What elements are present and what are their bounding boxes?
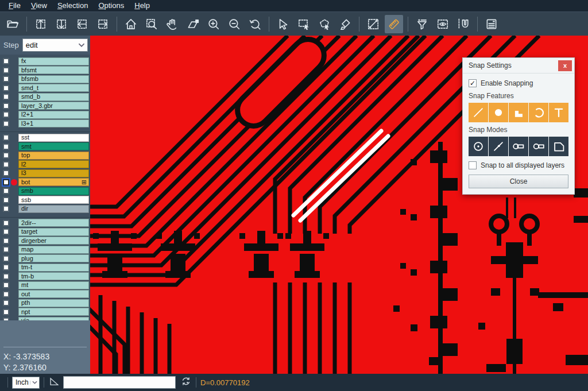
layer-visibility-checkbox[interactable] [3, 264, 9, 270]
layer-visibility-checkbox[interactable] [3, 255, 9, 262]
enable-snapping-checkbox[interactable] [469, 79, 477, 87]
layer-row[interactable]: smb [0, 187, 90, 196]
layer-row[interactable]: tm-t [0, 263, 90, 272]
layer-name-chip[interactable]: smd_b [18, 93, 89, 101]
layer-name-chip[interactable]: dir [18, 205, 89, 213]
snap-feature-arc-button[interactable] [529, 103, 548, 122]
layer-name-chip[interactable]: target [18, 228, 89, 236]
layer-name-chip[interactable]: mt [18, 281, 89, 289]
layer-visibility-checkbox[interactable] [3, 229, 9, 235]
layer-visibility-checkbox[interactable] [3, 103, 9, 109]
menu-help[interactable]: Help [129, 0, 155, 11]
layer-visibility-checkbox[interactable] [3, 111, 9, 118]
layer-visibility-checkbox[interactable] [3, 300, 9, 306]
zoom-previous-button[interactable] [246, 15, 264, 33]
layer-visibility-checkbox[interactable] [3, 273, 9, 280]
refresh-measure-button[interactable] [180, 375, 192, 389]
snap-settings-button[interactable] [454, 15, 473, 33]
layer-list-panel-button[interactable] [482, 15, 501, 33]
layer-name-chip[interactable]: bfsmt [18, 66, 89, 74]
layer-name-chip[interactable]: smt [18, 142, 89, 150]
layer-visibility-checkbox[interactable] [3, 179, 9, 185]
shift-view-left-button[interactable] [73, 15, 91, 33]
layer-row[interactable]: mt [0, 281, 90, 290]
layer-row[interactable]: smt [0, 142, 90, 152]
layer-row[interactable]: out [0, 290, 90, 299]
step-dropdown[interactable]: edit [22, 38, 88, 52]
layer-row[interactable]: bfsmt [0, 66, 90, 75]
layer-visibility-checkbox[interactable] [3, 238, 9, 244]
polygon-select-button[interactable] [315, 15, 334, 33]
layer-row[interactable]: map [0, 245, 90, 254]
layer-row[interactable]: smd_t [0, 84, 90, 93]
brush-select-button[interactable] [336, 15, 354, 33]
zoom-out-button[interactable] [225, 15, 243, 33]
layer-visibility-checkbox[interactable] [3, 220, 9, 226]
layer-name-chip[interactable]: map [18, 246, 89, 254]
snap-mode-point-on-line-button[interactable] [489, 137, 508, 156]
layer-visibility-checkbox[interactable] [3, 197, 9, 203]
snap-mode-outline-button[interactable] [549, 137, 568, 156]
measure-line-button[interactable] [364, 15, 382, 33]
layer-visibility-checkbox[interactable] [3, 309, 9, 315]
layer-row[interactable]: pth [0, 299, 90, 308]
layer-row[interactable]: bot ⊞ [0, 178, 90, 187]
close-button[interactable]: Close [469, 175, 568, 188]
layer-visibility-checkbox[interactable] [3, 134, 9, 141]
layer-name-chip[interactable]: out [18, 290, 89, 298]
shift-view-right-button[interactable] [94, 15, 112, 33]
layer-row[interactable]: tm-b [0, 272, 90, 281]
snap-feature-pad-button[interactable] [489, 103, 508, 122]
display-options-button[interactable] [434, 15, 452, 33]
layer-visibility-checkbox[interactable] [3, 161, 9, 168]
menu-view[interactable]: View [26, 0, 52, 11]
layer-name-chip[interactable]: l2+1 [18, 111, 89, 119]
layer-name-chip[interactable]: layer_3.gbr [18, 102, 89, 110]
layer-name-chip[interactable]: fx [18, 57, 89, 65]
units-dropdown[interactable]: Inch [12, 377, 40, 389]
layer-name-chip[interactable]: dirgerber [18, 237, 89, 245]
layer-visibility-checkbox[interactable] [3, 67, 9, 73]
layer-row[interactable]: dir [0, 204, 90, 214]
filter-button[interactable] [413, 15, 431, 33]
measure-ruler-button[interactable] [385, 15, 403, 33]
layer-name-chip[interactable]: top [18, 152, 89, 160]
layer-row[interactable]: ssb [0, 196, 90, 205]
layer-row[interactable]: l2+1 [0, 110, 90, 119]
layer-name-chip[interactable]: bot ⊞ [18, 178, 89, 186]
snap-mode-slot-end-button[interactable] [529, 137, 548, 156]
layer-row[interactable]: sst [0, 133, 90, 142]
layer-name-chip[interactable]: l2 [18, 160, 89, 168]
zoom-in-button[interactable] [204, 15, 223, 33]
layer-visibility-checkbox[interactable] [3, 246, 9, 253]
dialog-title-bar[interactable]: Snap Settings x [463, 58, 574, 73]
layer-name-chip[interactable]: 2dir-- [18, 219, 89, 227]
layer-name-chip[interactable]: l3 [18, 169, 89, 177]
layer-visibility-checkbox[interactable] [3, 206, 9, 212]
layer-visibility-checkbox[interactable] [3, 282, 9, 288]
snap-feature-text-button[interactable] [549, 103, 568, 122]
layer-row[interactable]: target [0, 227, 90, 237]
open-folder-button[interactable] [3, 15, 22, 33]
layer-name-chip[interactable]: l3+1 [18, 119, 89, 127]
layer-name-chip[interactable]: sst [18, 134, 89, 142]
layer-name-chip[interactable]: plug [18, 254, 89, 262]
zoom-home-button[interactable] [122, 15, 140, 33]
layer-name-chip[interactable]: tm-t [18, 264, 89, 272]
zoom-area-button[interactable] [184, 15, 202, 33]
angle-tool-button[interactable] [48, 375, 60, 389]
snap-mode-center-button[interactable] [469, 137, 488, 156]
layer-visibility-checkbox[interactable] [3, 188, 9, 194]
layer-name-chip[interactable]: ssb [18, 196, 89, 204]
shift-view-up-button[interactable] [32, 15, 50, 33]
layer-visibility-checkbox[interactable] [3, 58, 9, 64]
layer-row[interactable]: plug [0, 254, 90, 264]
shift-view-down-button[interactable] [52, 15, 71, 33]
layer-visibility-checkbox[interactable] [3, 152, 9, 158]
zoom-window-button[interactable] [142, 15, 161, 33]
layer-row[interactable]: layer_3.gbr [0, 102, 90, 111]
dialog-close-button[interactable]: x [558, 60, 572, 71]
layer-row[interactable]: l2 [0, 160, 90, 169]
layer-name-chip[interactable]: npt [18, 308, 89, 316]
layer-row[interactable]: fx [0, 57, 90, 66]
